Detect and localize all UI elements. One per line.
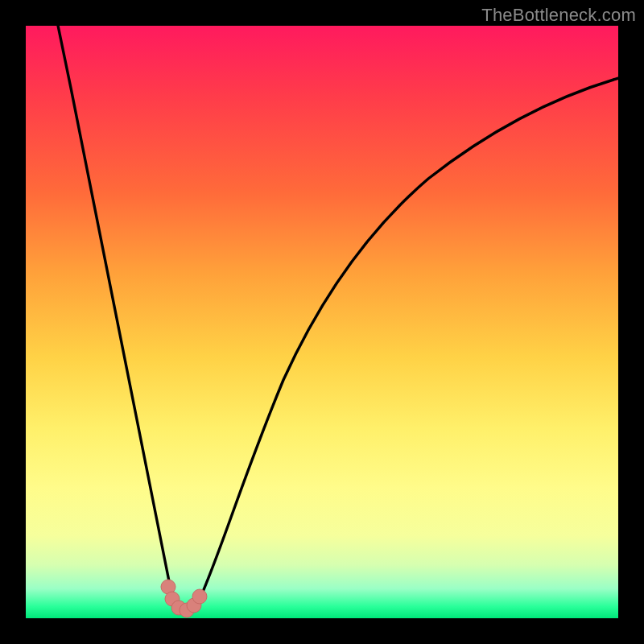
marker-dot: [192, 589, 207, 604]
bottleneck-curve: [56, 18, 621, 611]
plot-area: [26, 26, 618, 618]
chart-frame: TheBottleneck.com: [0, 0, 644, 644]
attribution-text: TheBottleneck.com: [481, 5, 636, 26]
bottleneck-curve-layer: [26, 26, 618, 618]
bottleneck-marker-cluster: [161, 580, 207, 617]
